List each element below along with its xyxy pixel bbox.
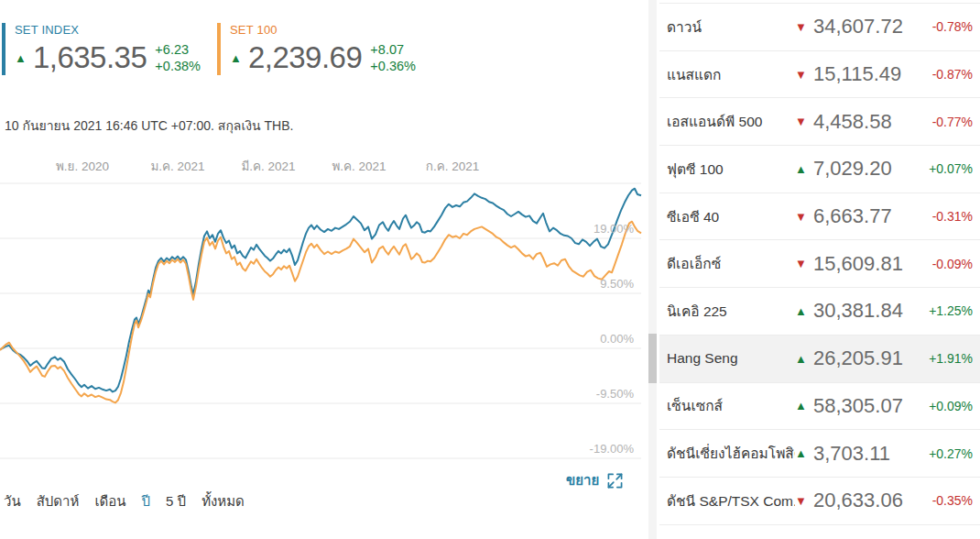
timestamp-currency-note: 10 กันยายน 2021 16:46 UTC +07:00. สกุลเง… xyxy=(5,116,293,136)
expand-chart-button[interactable]: ขยาย xyxy=(566,469,623,491)
index-change-pct: -0.31% xyxy=(916,209,973,224)
y-axis-tick: 19.00% xyxy=(593,222,635,236)
index-change-pct: -0.78% xyxy=(916,19,973,34)
index-value: 4,458.58 xyxy=(813,110,916,134)
set-100-change-pct: +0.36% xyxy=(370,58,416,74)
up-triangle-icon: ▲ xyxy=(15,51,27,65)
index-name: เอสแอนด์พี 500 xyxy=(667,110,795,133)
x-axis-tick: พ.ค. 2021 xyxy=(332,156,386,176)
index-change-pct: -0.35% xyxy=(916,493,973,508)
index-name: ซีเอซี 40 xyxy=(667,205,795,228)
set-100-change: +8.07 xyxy=(370,41,416,58)
set-100-label: SET 100 xyxy=(230,23,416,37)
period-option-ปี[interactable]: ปี xyxy=(142,490,151,512)
world-indices-list: ดาวน์▼34,607.72-0.78%แนสแดก▼15,115.49-0.… xyxy=(659,3,980,525)
period-option-เดือน[interactable]: เดือน xyxy=(94,490,125,512)
down-triangle-icon: ▼ xyxy=(795,20,813,34)
index-name: ดาวน์ xyxy=(667,16,795,38)
index-value: 15,115.49 xyxy=(813,62,916,86)
expand-icon xyxy=(607,473,623,489)
index-row-Hang Seng[interactable]: Hang Seng▲26,205.91+1.91% xyxy=(659,335,980,382)
index-change-pct: +1.25% xyxy=(916,303,973,318)
up-triangle-icon: ▲ xyxy=(795,446,813,460)
index-name: Hang Seng xyxy=(667,350,795,367)
index-change-pct: +1.91% xyxy=(916,351,973,366)
up-triangle-icon: ▲ xyxy=(795,162,813,176)
market-chart-panel: SET INDEX ▲ 1,635.35 +6.23 +0.38% SET 10… xyxy=(0,0,648,539)
index-row-ดีเอเอ็กซ์[interactable]: ดีเอเอ็กซ์▼15,609.81-0.09% xyxy=(659,239,980,287)
period-selector: วันสัปดาห์เดือนปี5 ปีทั้งหมด xyxy=(4,490,260,512)
chart-x-axis: พ.ย. 2020ม.ค. 2021มี.ค. 2021พ.ค. 2021ก.ค… xyxy=(0,156,648,172)
y-axis-tick: 0.00% xyxy=(600,332,634,346)
down-triangle-icon: ▼ xyxy=(795,257,813,270)
index-value: 3,703.11 xyxy=(813,442,916,466)
period-option-วัน[interactable]: วัน xyxy=(4,490,21,512)
y-axis-tick: -9.50% xyxy=(596,387,635,401)
index-row-แนสแดก[interactable]: แนสแดก▼15,115.49-0.87% xyxy=(659,50,980,98)
index-row-ฟุตซี 100[interactable]: ฟุตซี 100▲7,029.20+0.07% xyxy=(659,145,980,192)
set-index-label: SET INDEX xyxy=(15,23,201,37)
index-value: 6,663.77 xyxy=(813,204,916,228)
index-row-ดัชนีเซี่ยงไฮ้คอมโพสิต[interactable]: ดัชนีเซี่ยงไฮ้คอมโพสิต▲3,703.11+0.27% xyxy=(659,429,980,477)
index-change-pct: +0.09% xyxy=(916,399,973,413)
set-100-summary[interactable]: SET 100 ▲ 2,239.69 +8.07 +0.36% xyxy=(217,23,416,75)
series-line-set-index xyxy=(0,189,641,392)
index-value: 34,607.72 xyxy=(813,15,916,38)
up-triangle-icon: ▲ xyxy=(795,304,813,318)
down-triangle-icon: ▼ xyxy=(795,210,813,224)
y-axis-tick: -19.00% xyxy=(590,442,635,456)
index-value: 20,633.06 xyxy=(813,489,916,512)
index-name: นิเคอิ 225 xyxy=(667,300,795,323)
expand-label: ขยาย xyxy=(566,469,599,491)
period-option-สัปดาห์[interactable]: สัปดาห์ xyxy=(37,490,80,512)
index-row-ดาวน์[interactable]: ดาวน์▼34,607.72-0.78% xyxy=(659,3,980,50)
index-value: 7,029.20 xyxy=(813,157,916,181)
index-change-pct: -0.77% xyxy=(916,115,973,129)
index-row-เซ็นเซกส์[interactable]: เซ็นเซกส์▲58,305.07+0.09% xyxy=(659,382,980,430)
x-axis-tick: ม.ค. 2021 xyxy=(150,156,204,176)
index-change-pct: +0.27% xyxy=(916,446,973,461)
up-triangle-icon: ▲ xyxy=(795,399,813,412)
down-triangle-icon: ▼ xyxy=(795,68,813,82)
index-name: ดีเอเอ็กซ์ xyxy=(667,252,795,275)
index-change-pct: +0.07% xyxy=(916,161,973,176)
set-index-value: 1,635.35 xyxy=(33,40,147,75)
up-triangle-icon: ▲ xyxy=(230,51,242,65)
index-name: เซ็นเซกส์ xyxy=(667,394,795,417)
index-change-pct: -0.87% xyxy=(916,67,973,82)
down-triangle-icon: ▼ xyxy=(795,494,813,508)
index-row-ซีเอซี 40[interactable]: ซีเอซี 40▼6,663.77-0.31% xyxy=(659,192,980,240)
set-index-summary[interactable]: SET INDEX ▲ 1,635.35 +6.23 +0.38% xyxy=(2,23,201,75)
up-triangle-icon: ▲ xyxy=(795,352,813,366)
x-axis-tick: ก.ค. 2021 xyxy=(426,156,480,176)
down-triangle-icon: ▼ xyxy=(795,115,813,128)
index-name: ดัชนีเซี่ยงไฮ้คอมโพสิต xyxy=(667,442,795,465)
index-value: 26,205.91 xyxy=(813,346,916,370)
index-value: 15,609.81 xyxy=(813,252,916,276)
index-name: แนสแดก xyxy=(667,63,795,86)
index-row-ดัชนี S&P/TSX Com...[interactable]: ดัชนี S&P/TSX Com...▼20,633.06-0.35% xyxy=(659,477,980,525)
period-option-5 ปี[interactable]: 5 ปี xyxy=(166,490,186,512)
index-row-เอสแอนด์พี 500[interactable]: เอสแอนด์พี 500▼4,458.58-0.77% xyxy=(659,97,980,145)
index-name: ฟุตซี 100 xyxy=(667,158,795,181)
x-axis-tick: พ.ย. 2020 xyxy=(56,156,109,176)
index-value: 30,381.84 xyxy=(813,299,916,323)
x-axis-tick: มี.ค. 2021 xyxy=(241,156,295,176)
scrollbar-thumb[interactable] xyxy=(648,334,657,383)
period-option-ทั้งหมด[interactable]: ทั้งหมด xyxy=(201,490,245,512)
index-change-pct: -0.09% xyxy=(916,257,973,271)
index-value: 58,305.07 xyxy=(813,394,916,418)
series-line-set-100 xyxy=(0,222,641,403)
set-index-change-pct: +0.38% xyxy=(155,58,201,74)
y-axis-tick: 9.50% xyxy=(600,277,634,291)
index-row-นิเคอิ 225[interactable]: นิเคอิ 225▲30,381.84+1.25% xyxy=(659,287,980,335)
set-100-value: 2,239.69 xyxy=(248,40,362,75)
scrollbar-track[interactable] xyxy=(648,0,657,539)
percent-change-line-chart[interactable]: 19.00%9.50%0.00%-9.50%-19.00% xyxy=(0,174,648,464)
index-name: ดัชนี S&P/TSX Com... xyxy=(667,490,795,512)
set-index-change: +6.23 xyxy=(155,41,201,58)
